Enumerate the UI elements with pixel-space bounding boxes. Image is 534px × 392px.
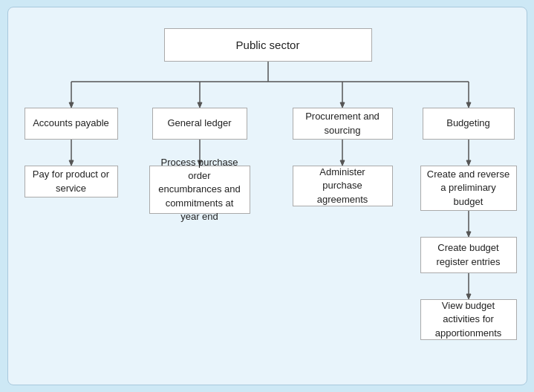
bud-child3-box: View budget activities for apportionment… [420, 299, 517, 340]
svg-marker-19 [466, 232, 471, 237]
ps-box: Procurement and sourcing [293, 108, 393, 140]
ap-child-box: Pay for product or service [25, 166, 118, 197]
svg-marker-5 [198, 102, 202, 108]
svg-marker-7 [340, 102, 345, 108]
gl-box: General ledger [152, 108, 247, 140]
ap-box: Accounts payable [25, 108, 118, 140]
bud-box: Budgeting [423, 108, 515, 140]
root-box: Public sector [164, 28, 372, 62]
ps-child-box: Administer purchase agreements [293, 166, 393, 206]
bud-child2-box: Create budget register entries [420, 237, 517, 273]
svg-marker-9 [466, 102, 471, 108]
svg-marker-15 [340, 160, 345, 166]
svg-marker-3 [69, 102, 74, 108]
gl-child-box: Process purchase order encumbrances and … [149, 166, 250, 214]
svg-marker-17 [466, 160, 471, 166]
svg-marker-11 [69, 160, 74, 166]
diagram-container: Public sector Accounts payable General l… [7, 7, 527, 385]
bud-child1-box: Create and reverse a preliminary budget [420, 166, 517, 211]
svg-marker-21 [466, 294, 471, 299]
